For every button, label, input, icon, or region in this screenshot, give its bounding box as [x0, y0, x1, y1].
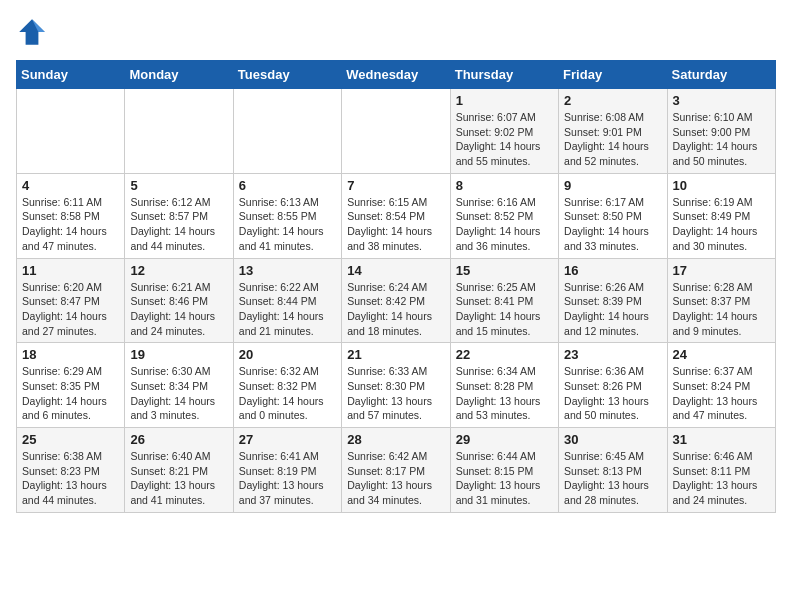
weekday-header-row: SundayMondayTuesdayWednesdayThursdayFrid… — [17, 61, 776, 89]
day-info: Sunrise: 6:44 AM Sunset: 8:15 PM Dayligh… — [456, 449, 553, 508]
day-info: Sunrise: 6:22 AM Sunset: 8:44 PM Dayligh… — [239, 280, 336, 339]
day-info: Sunrise: 6:21 AM Sunset: 8:46 PM Dayligh… — [130, 280, 227, 339]
day-number: 12 — [130, 263, 227, 278]
day-number: 13 — [239, 263, 336, 278]
day-cell: 27Sunrise: 6:41 AM Sunset: 8:19 PM Dayli… — [233, 428, 341, 513]
day-number: 25 — [22, 432, 119, 447]
logo — [16, 16, 52, 48]
day-number: 1 — [456, 93, 553, 108]
day-number: 28 — [347, 432, 444, 447]
day-number: 27 — [239, 432, 336, 447]
day-cell: 29Sunrise: 6:44 AM Sunset: 8:15 PM Dayli… — [450, 428, 558, 513]
day-cell — [17, 89, 125, 174]
day-cell: 5Sunrise: 6:12 AM Sunset: 8:57 PM Daylig… — [125, 173, 233, 258]
day-info: Sunrise: 6:19 AM Sunset: 8:49 PM Dayligh… — [673, 195, 770, 254]
day-info: Sunrise: 6:34 AM Sunset: 8:28 PM Dayligh… — [456, 364, 553, 423]
day-number: 21 — [347, 347, 444, 362]
day-number: 7 — [347, 178, 444, 193]
day-info: Sunrise: 6:26 AM Sunset: 8:39 PM Dayligh… — [564, 280, 661, 339]
day-info: Sunrise: 6:42 AM Sunset: 8:17 PM Dayligh… — [347, 449, 444, 508]
day-number: 8 — [456, 178, 553, 193]
day-cell: 18Sunrise: 6:29 AM Sunset: 8:35 PM Dayli… — [17, 343, 125, 428]
day-number: 18 — [22, 347, 119, 362]
weekday-header-friday: Friday — [559, 61, 667, 89]
day-cell: 11Sunrise: 6:20 AM Sunset: 8:47 PM Dayli… — [17, 258, 125, 343]
day-info: Sunrise: 6:38 AM Sunset: 8:23 PM Dayligh… — [22, 449, 119, 508]
day-cell: 13Sunrise: 6:22 AM Sunset: 8:44 PM Dayli… — [233, 258, 341, 343]
day-info: Sunrise: 6:32 AM Sunset: 8:32 PM Dayligh… — [239, 364, 336, 423]
day-cell: 4Sunrise: 6:11 AM Sunset: 8:58 PM Daylig… — [17, 173, 125, 258]
weekday-header-sunday: Sunday — [17, 61, 125, 89]
day-info: Sunrise: 6:25 AM Sunset: 8:41 PM Dayligh… — [456, 280, 553, 339]
header — [16, 16, 776, 48]
day-cell: 19Sunrise: 6:30 AM Sunset: 8:34 PM Dayli… — [125, 343, 233, 428]
day-number: 24 — [673, 347, 770, 362]
day-info: Sunrise: 6:17 AM Sunset: 8:50 PM Dayligh… — [564, 195, 661, 254]
day-cell: 15Sunrise: 6:25 AM Sunset: 8:41 PM Dayli… — [450, 258, 558, 343]
day-cell: 10Sunrise: 6:19 AM Sunset: 8:49 PM Dayli… — [667, 173, 775, 258]
day-number: 9 — [564, 178, 661, 193]
day-info: Sunrise: 6:24 AM Sunset: 8:42 PM Dayligh… — [347, 280, 444, 339]
day-cell: 22Sunrise: 6:34 AM Sunset: 8:28 PM Dayli… — [450, 343, 558, 428]
day-cell: 12Sunrise: 6:21 AM Sunset: 8:46 PM Dayli… — [125, 258, 233, 343]
day-info: Sunrise: 6:08 AM Sunset: 9:01 PM Dayligh… — [564, 110, 661, 169]
week-row-5: 25Sunrise: 6:38 AM Sunset: 8:23 PM Dayli… — [17, 428, 776, 513]
day-info: Sunrise: 6:40 AM Sunset: 8:21 PM Dayligh… — [130, 449, 227, 508]
day-cell: 25Sunrise: 6:38 AM Sunset: 8:23 PM Dayli… — [17, 428, 125, 513]
day-info: Sunrise: 6:37 AM Sunset: 8:24 PM Dayligh… — [673, 364, 770, 423]
day-cell — [342, 89, 450, 174]
day-cell: 14Sunrise: 6:24 AM Sunset: 8:42 PM Dayli… — [342, 258, 450, 343]
weekday-header-monday: Monday — [125, 61, 233, 89]
day-cell: 9Sunrise: 6:17 AM Sunset: 8:50 PM Daylig… — [559, 173, 667, 258]
day-number: 2 — [564, 93, 661, 108]
weekday-header-wednesday: Wednesday — [342, 61, 450, 89]
day-cell: 3Sunrise: 6:10 AM Sunset: 9:00 PM Daylig… — [667, 89, 775, 174]
day-cell: 30Sunrise: 6:45 AM Sunset: 8:13 PM Dayli… — [559, 428, 667, 513]
day-cell: 17Sunrise: 6:28 AM Sunset: 8:37 PM Dayli… — [667, 258, 775, 343]
day-cell: 2Sunrise: 6:08 AM Sunset: 9:01 PM Daylig… — [559, 89, 667, 174]
day-cell: 20Sunrise: 6:32 AM Sunset: 8:32 PM Dayli… — [233, 343, 341, 428]
day-number: 29 — [456, 432, 553, 447]
day-info: Sunrise: 6:46 AM Sunset: 8:11 PM Dayligh… — [673, 449, 770, 508]
logo-icon — [16, 16, 48, 48]
day-info: Sunrise: 6:41 AM Sunset: 8:19 PM Dayligh… — [239, 449, 336, 508]
day-info: Sunrise: 6:13 AM Sunset: 8:55 PM Dayligh… — [239, 195, 336, 254]
day-info: Sunrise: 6:15 AM Sunset: 8:54 PM Dayligh… — [347, 195, 444, 254]
day-cell: 6Sunrise: 6:13 AM Sunset: 8:55 PM Daylig… — [233, 173, 341, 258]
calendar-table: SundayMondayTuesdayWednesdayThursdayFrid… — [16, 60, 776, 513]
day-cell: 23Sunrise: 6:36 AM Sunset: 8:26 PM Dayli… — [559, 343, 667, 428]
day-number: 20 — [239, 347, 336, 362]
day-cell: 31Sunrise: 6:46 AM Sunset: 8:11 PM Dayli… — [667, 428, 775, 513]
day-cell — [233, 89, 341, 174]
day-number: 10 — [673, 178, 770, 193]
week-row-4: 18Sunrise: 6:29 AM Sunset: 8:35 PM Dayli… — [17, 343, 776, 428]
day-cell: 7Sunrise: 6:15 AM Sunset: 8:54 PM Daylig… — [342, 173, 450, 258]
day-number: 14 — [347, 263, 444, 278]
weekday-header-thursday: Thursday — [450, 61, 558, 89]
day-cell: 28Sunrise: 6:42 AM Sunset: 8:17 PM Dayli… — [342, 428, 450, 513]
day-cell: 8Sunrise: 6:16 AM Sunset: 8:52 PM Daylig… — [450, 173, 558, 258]
day-cell — [125, 89, 233, 174]
week-row-3: 11Sunrise: 6:20 AM Sunset: 8:47 PM Dayli… — [17, 258, 776, 343]
day-info: Sunrise: 6:28 AM Sunset: 8:37 PM Dayligh… — [673, 280, 770, 339]
weekday-header-saturday: Saturday — [667, 61, 775, 89]
day-info: Sunrise: 6:11 AM Sunset: 8:58 PM Dayligh… — [22, 195, 119, 254]
day-number: 26 — [130, 432, 227, 447]
day-cell: 21Sunrise: 6:33 AM Sunset: 8:30 PM Dayli… — [342, 343, 450, 428]
day-info: Sunrise: 6:36 AM Sunset: 8:26 PM Dayligh… — [564, 364, 661, 423]
day-info: Sunrise: 6:29 AM Sunset: 8:35 PM Dayligh… — [22, 364, 119, 423]
day-cell: 1Sunrise: 6:07 AM Sunset: 9:02 PM Daylig… — [450, 89, 558, 174]
day-number: 30 — [564, 432, 661, 447]
day-info: Sunrise: 6:07 AM Sunset: 9:02 PM Dayligh… — [456, 110, 553, 169]
day-number: 17 — [673, 263, 770, 278]
day-info: Sunrise: 6:45 AM Sunset: 8:13 PM Dayligh… — [564, 449, 661, 508]
day-info: Sunrise: 6:30 AM Sunset: 8:34 PM Dayligh… — [130, 364, 227, 423]
weekday-header-tuesday: Tuesday — [233, 61, 341, 89]
week-row-1: 1Sunrise: 6:07 AM Sunset: 9:02 PM Daylig… — [17, 89, 776, 174]
day-number: 3 — [673, 93, 770, 108]
day-number: 19 — [130, 347, 227, 362]
day-number: 5 — [130, 178, 227, 193]
day-number: 23 — [564, 347, 661, 362]
day-number: 16 — [564, 263, 661, 278]
day-cell: 16Sunrise: 6:26 AM Sunset: 8:39 PM Dayli… — [559, 258, 667, 343]
